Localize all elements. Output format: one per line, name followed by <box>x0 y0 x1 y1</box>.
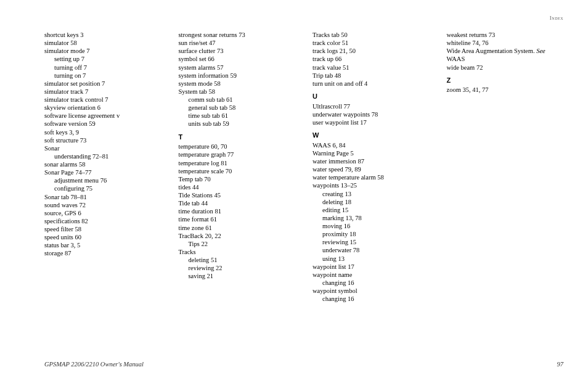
index-letter: W <box>312 131 430 140</box>
index-entry: WAAS 6, 84 <box>312 141 430 149</box>
index-entry: waypoints 13–25 <box>312 181 430 189</box>
index-entry: TracBack 20, 22 <box>179 232 296 240</box>
index-entry: setting up 7 <box>44 55 161 63</box>
index-entry: using 13 <box>312 255 430 263</box>
index-entry: surface clutter 73 <box>179 47 296 55</box>
index-entry: Tide Stations 45 <box>179 191 296 199</box>
index-letter: Z <box>447 76 564 85</box>
index-entry: adjustment menu 76 <box>44 176 161 184</box>
index-entry: simulator set position 7 <box>44 80 161 88</box>
index-entry: proximity 18 <box>312 230 430 238</box>
index-entry: tides 44 <box>179 183 296 191</box>
index-entry: Temp tab 70 <box>179 175 296 183</box>
index-entry: configuring 75 <box>44 184 161 192</box>
index-entry: general sub tab 58 <box>179 104 296 112</box>
index-entry: deleting 18 <box>312 198 430 206</box>
index-entry: comm sub tab 61 <box>179 96 296 104</box>
index-entry: Tracks <box>179 248 296 256</box>
index-entry: soft keys 3, 9 <box>44 128 161 136</box>
index-entry: source, GPS 6 <box>44 209 161 217</box>
index-entry: soft structure 73 <box>44 136 161 144</box>
index-entry: Tips 22 <box>179 240 296 248</box>
footer-page-number: 97 <box>557 360 564 368</box>
header-section-label: Index <box>550 15 563 22</box>
index-entry: underwater waypoints 78 <box>312 110 430 118</box>
index-entry: time format 61 <box>179 215 296 223</box>
index-letter: U <box>312 93 430 101</box>
index-entry: speed filter 58 <box>44 225 161 233</box>
index-entry: underwater 78 <box>312 246 430 254</box>
index-entry: changing 16 <box>312 295 430 303</box>
index-entry: track up 66 <box>312 55 430 63</box>
index-entry: turning off 7 <box>44 64 161 72</box>
index-entry: track color 51 <box>312 39 430 47</box>
index-entry: wide beam 72 <box>447 64 564 72</box>
index-entry: moving 16 <box>312 222 430 230</box>
index-entry: system alarms 57 <box>179 64 296 72</box>
index-entry: status bar 3, 5 <box>44 241 161 249</box>
index-entry: water temperature alarm 58 <box>312 173 430 181</box>
index-entry: Warning Page 5 <box>312 149 430 157</box>
index-entry: understanding 72–81 <box>44 152 161 160</box>
index-entry: Wide Area Augmentation System. See WAAS <box>447 47 564 63</box>
index-entry: temperature 60, 70 <box>179 142 296 150</box>
index-entry: turning on 7 <box>44 72 161 80</box>
index-entry: water immersion 87 <box>312 157 430 165</box>
index-entry: time sub tab 61 <box>179 112 296 120</box>
index-entry: software license agreement v <box>44 112 161 120</box>
index-entry: waypoint list 17 <box>312 263 430 271</box>
index-entry: temperature scale 70 <box>179 167 296 175</box>
index-entry: Ultlrascroll 77 <box>312 102 430 110</box>
index-entry: skyview orientation 6 <box>44 104 161 112</box>
index-entry: Tide tab 44 <box>179 199 296 207</box>
index-entry: symbol set 66 <box>179 55 296 63</box>
index-entry: saving 21 <box>179 272 296 280</box>
index-entry: shortcut keys 3 <box>44 31 161 39</box>
index-entry: user waypoint list 17 <box>312 118 430 126</box>
index-entry: Sonar <box>44 144 161 152</box>
index-entry: Tracks tab 50 <box>312 31 430 39</box>
index-entry: water speed 79, 89 <box>312 165 430 173</box>
index-entry: sun rise/set 47 <box>179 39 296 47</box>
index-entry: deleting 51 <box>179 256 296 264</box>
index-entry: creating 13 <box>312 190 430 198</box>
index-entry: temperature log 81 <box>179 159 296 167</box>
index-entry: simulator track control 7 <box>44 96 161 104</box>
index-entry: zoom 35, 41, 77 <box>447 86 564 94</box>
index-entry: Sonar Page 74–77 <box>44 168 161 176</box>
index-entry: temperature graph 77 <box>179 150 296 159</box>
index-entry: software version 59 <box>44 120 161 128</box>
index-entry: system mode 58 <box>179 80 296 88</box>
index-entry: simulator 58 <box>44 39 161 47</box>
index-entry: editing 15 <box>312 206 430 214</box>
index-entry: track value 51 <box>312 64 430 72</box>
index-entry: storage 87 <box>44 249 161 257</box>
index-entry: speed units 60 <box>44 233 161 241</box>
index-entry: units sub tab 59 <box>179 120 296 128</box>
index-entry: Sonar tab 78–81 <box>44 193 161 201</box>
index-entry: specifications 82 <box>44 217 161 225</box>
index-entry: waypoint name <box>312 271 430 279</box>
index-entry: simulator track 7 <box>44 88 161 96</box>
index-entry: time zone 61 <box>179 224 296 232</box>
index-entry: reviewing 15 <box>312 238 430 246</box>
index-entry: turn unit on and off 4 <box>312 80 430 88</box>
footer-manual-title: GPSMAP 2206/2210 Owner's Manual <box>44 360 144 368</box>
index-columns: shortcut keys 3simulator 58simulator mod… <box>44 31 563 339</box>
index-entry: time duration 81 <box>179 207 296 215</box>
index-entry: system information 59 <box>179 72 296 80</box>
index-entry: weakest returns 73 <box>447 31 564 39</box>
index-entry: marking 13, 78 <box>312 214 430 222</box>
index-letter: T <box>179 133 296 142</box>
index-entry: track logs 21, 50 <box>312 47 430 55</box>
index-entry: sonar alarms 58 <box>44 160 161 168</box>
index-entry: reviewing 22 <box>179 264 296 272</box>
index-entry: Trip tab 48 <box>312 72 430 80</box>
index-entry: System tab 58 <box>179 88 296 96</box>
index-entry: simulator mode 7 <box>44 47 161 55</box>
index-entry: strongest sonar returns 73 <box>179 31 296 39</box>
index-entry: sound waves 72 <box>44 201 161 209</box>
index-entry: waypoint symbol <box>312 287 430 295</box>
index-entry: changing 16 <box>312 279 430 287</box>
index-entry: whiteline 74, 76 <box>447 39 564 47</box>
